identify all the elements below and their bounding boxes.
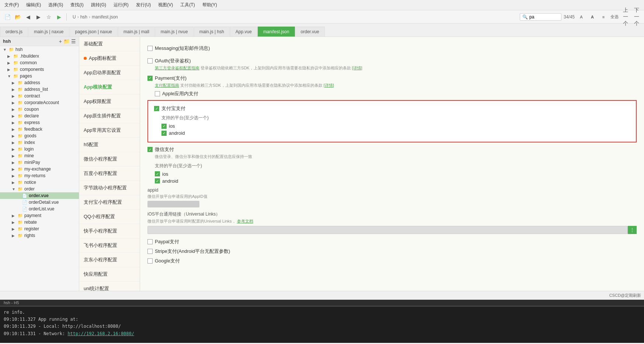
- sidebar-item-contract[interactable]: ▶ 📁 contract: [0, 93, 79, 99]
- sidebar-item-orderdetail-vue[interactable]: 📄 orderDetail.vue: [0, 199, 79, 206]
- google-pay-checkbox[interactable]: [147, 258, 153, 264]
- menu-run[interactable]: 运行(R): [112, 1, 130, 9]
- select-all-btn[interactable]: 全选: [610, 13, 619, 21]
- payment-link[interactable]: 支付配置指南: [155, 83, 179, 87]
- sidebar-item-feedback[interactable]: ▶ 📁 feedback: [0, 126, 79, 133]
- tab-manifest-json[interactable]: manifest.json: [258, 27, 295, 37]
- universal-links-link[interactable]: 参考文档: [237, 219, 253, 223]
- alipay-android-checkbox[interactable]: [161, 131, 167, 136]
- sidebar-item-register[interactable]: ▶ 📁 register: [0, 226, 79, 232]
- menu-find[interactable]: 查找(I): [69, 1, 85, 9]
- sidebar-item-address[interactable]: ▶ 📁 address: [0, 79, 79, 86]
- next-btn[interactable]: 下一个: [632, 13, 641, 21]
- oauth-link[interactable]: 第三方登录鉴权配置指南: [155, 66, 199, 70]
- config-jd[interactable]: 京东小程序配置: [79, 253, 140, 267]
- tab-order-vue[interactable]: order.vue: [295, 27, 325, 37]
- config-uni-stats[interactable]: uni统计配置: [79, 282, 140, 291]
- sidebar-item-common[interactable]: ▶ 📁 common: [0, 59, 79, 66]
- toolbar-forward[interactable]: ▶: [34, 13, 43, 21]
- paypal-checkbox-label[interactable]: Paypal支付: [147, 238, 637, 245]
- payment-checkbox-label[interactable]: Payment(支付): [147, 75, 637, 82]
- tab-orders-js[interactable]: orders.js: [0, 27, 28, 37]
- apple-pay-label[interactable]: Apple应用内支付: [155, 90, 637, 97]
- sidebar-item-hsh[interactable]: ▼ 📁 hsh: [0, 46, 79, 53]
- sidebar-item-mine[interactable]: ▶ 📁 mine: [0, 152, 79, 159]
- sidebar-item-pages[interactable]: ▼ 📁 pages: [0, 73, 79, 79]
- sidebar-item-components[interactable]: ▶ 📁 components: [0, 66, 79, 73]
- config-wechat[interactable]: 微信小程序配置: [79, 152, 140, 166]
- toolbar-run[interactable]: ▶: [55, 13, 63, 21]
- wechat-pay-checkbox[interactable]: [147, 147, 153, 152]
- sidebar-item-address-list[interactable]: ▶ 📁 address_list: [0, 86, 79, 93]
- toolbar-open[interactable]: 📂: [13, 13, 22, 21]
- apple-pay-checkbox[interactable]: [155, 91, 160, 96]
- sidebar-item-rebate[interactable]: ▶ 📁 rebate: [0, 219, 79, 226]
- paypal-checkbox[interactable]: [147, 239, 153, 244]
- menu-publish[interactable]: 发行(U): [135, 1, 153, 9]
- stripe-checkbox[interactable]: [147, 249, 153, 254]
- oauth-detail-link[interactable]: [详情]: [352, 66, 362, 70]
- sidebar-item-express[interactable]: ▶ 📁 express: [0, 119, 79, 126]
- tab-main-hsh[interactable]: main.js | hsh: [194, 27, 230, 37]
- sidebar-item-my-returns[interactable]: ▶ 📁 my-returns: [0, 172, 79, 179]
- config-quickapp[interactable]: 快应用配置: [79, 267, 140, 282]
- menu-tools[interactable]: 工具(T): [179, 1, 196, 9]
- toolbar-bookmark[interactable]: ☆: [44, 13, 53, 21]
- sidebar-item-login[interactable]: ▶ 📁 login: [0, 146, 79, 152]
- sidebar-item-declare[interactable]: ▶ 📁 declare: [0, 113, 79, 119]
- sidebar-item-index[interactable]: ▶ 📁 index: [0, 139, 79, 146]
- config-app-icon[interactable]: App图标配置: [79, 51, 140, 66]
- sidebar-item-goods[interactable]: ▶ 📁 goods: [0, 133, 79, 139]
- config-basic[interactable]: 基础配置: [79, 37, 140, 51]
- oauth-checkbox-label[interactable]: OAuth(登录鉴权): [147, 58, 637, 64]
- breadcrumb-root[interactable]: hsh: [80, 14, 87, 20]
- menu-view[interactable]: 视图(V): [157, 1, 174, 9]
- sidebar-item-minipay[interactable]: ▶ 📁 miniPay: [0, 159, 79, 166]
- tab-main-mall[interactable]: main.js | mall: [118, 27, 155, 37]
- tab-pages-naxue[interactable]: pages.json | naxue: [70, 27, 118, 37]
- sidebar-folder-btn[interactable]: 📁: [63, 38, 70, 44]
- prev-btn[interactable]: 上一个: [621, 13, 630, 21]
- sidebar-item-orderlist-vue[interactable]: 📄 orderList.vue: [0, 206, 79, 212]
- config-baidu[interactable]: 百度小程序配置: [79, 166, 140, 181]
- config-qq[interactable]: QQ小程序配置: [79, 210, 140, 224]
- sidebar-add-btn[interactable]: +: [59, 38, 62, 44]
- sidebar-item-rights[interactable]: ▶ 📁 rights: [0, 232, 79, 239]
- font-btn[interactable]: A: [588, 13, 597, 21]
- toolbar-new-file[interactable]: 📄: [3, 13, 12, 21]
- config-bytedance[interactable]: 字节跳动小程序配置: [79, 181, 140, 195]
- alipay-ios-checkbox[interactable]: [161, 124, 167, 129]
- tab-main-naxue[interactable]: main.js | naxue: [28, 27, 69, 37]
- sidebar-item-order-vue[interactable]: 📄 order.vue: [0, 192, 79, 199]
- config-h5[interactable]: h5配置: [79, 138, 140, 152]
- config-app-splash[interactable]: App启动界面配置: [79, 66, 140, 80]
- wechat-pay-checkbox-label[interactable]: 微信支付: [147, 146, 637, 153]
- wechat-ios-checkbox[interactable]: [155, 171, 160, 176]
- universal-links-confirm-btn[interactable]: ⋮: [628, 226, 637, 234]
- case-btn[interactable]: ≡: [599, 13, 608, 21]
- tab-app-vue[interactable]: App.vue: [230, 27, 257, 37]
- google-pay-checkbox-label[interactable]: Google支付: [147, 258, 637, 264]
- config-app-other[interactable]: App常用其它设置: [79, 123, 140, 138]
- sidebar-item-notice[interactable]: ▶ 📁 notice: [0, 179, 79, 186]
- wechat-android-checkbox[interactable]: [155, 178, 160, 183]
- config-app-module[interactable]: App模块配置: [79, 80, 140, 94]
- universal-links-input[interactable]: ■■■■■■■■■■■■■■■■■■: [147, 226, 628, 234]
- menu-help[interactable]: 帮助(Y): [201, 1, 219, 9]
- menu-file[interactable]: 文件(F): [3, 1, 20, 9]
- sidebar-item-corporateaccount[interactable]: ▶ 📁 corporateAccount: [0, 99, 79, 106]
- messaging-checkbox[interactable]: [147, 46, 153, 51]
- sidebar-item-my-exchange[interactable]: ▶ 📁 my-exchange: [0, 166, 79, 172]
- sidebar-item-order[interactable]: ▼ 📁 order: [0, 186, 79, 192]
- payment-checkbox[interactable]: [147, 76, 153, 81]
- config-alipay-mp[interactable]: 支付宝小程序配置: [79, 195, 140, 210]
- console-network-link[interactable]: http://192.168.2.16:8080/: [67, 331, 134, 336]
- toolbar-back[interactable]: ◀: [24, 13, 32, 21]
- font-size-btn[interactable]: A: [577, 13, 586, 21]
- sidebar-menu-btn[interactable]: ☰: [71, 38, 76, 44]
- config-app-plugin[interactable]: App原生插件配置: [79, 109, 140, 123]
- oauth-checkbox[interactable]: [147, 58, 153, 63]
- sidebar-item-coupon[interactable]: ▶ 📁 coupon: [0, 106, 79, 113]
- payment-detail-link[interactable]: [详情]: [324, 83, 334, 87]
- stripe-checkbox-label[interactable]: Stripe支付(Android平台无配置参数): [147, 248, 637, 255]
